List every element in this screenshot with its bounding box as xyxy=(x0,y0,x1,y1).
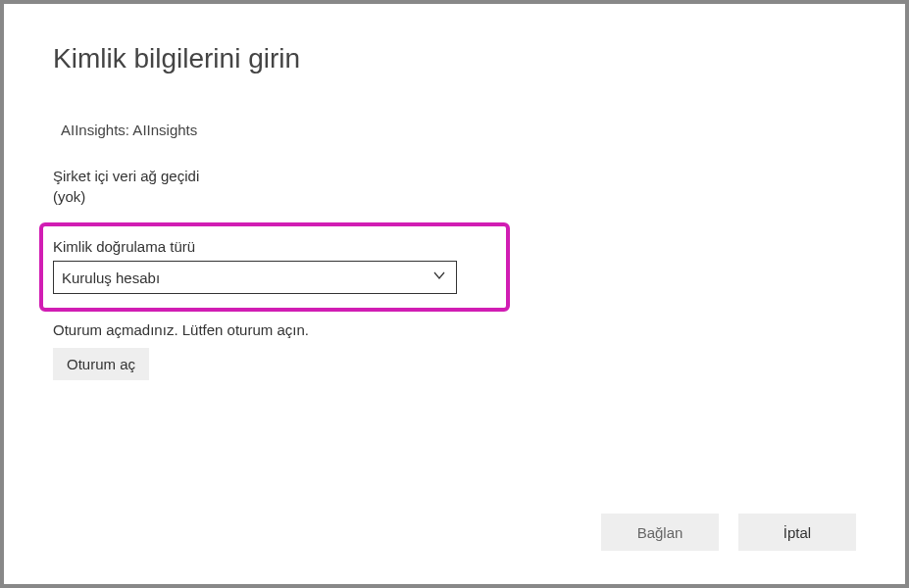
signin-button[interactable]: Oturum aç xyxy=(53,348,149,380)
gateway-value: (yok) xyxy=(53,188,856,205)
dialog-title: Kimlik bilgilerini girin xyxy=(53,43,856,74)
auth-type-highlight: Kimlik doğrulama türü Kuruluş hesabı xyxy=(39,222,510,312)
cancel-button[interactable]: İptal xyxy=(738,514,856,551)
credentials-dialog: Kimlik bilgilerini girin AIInsights: AII… xyxy=(4,4,905,584)
dialog-footer: Bağlan İptal xyxy=(601,514,856,551)
gateway-label: Şirket içi veri ağ geçidi xyxy=(53,168,856,184)
auth-type-label: Kimlik doğrulama türü xyxy=(53,238,496,255)
signin-status: Oturum açmadınız. Lütfen oturum açın. xyxy=(53,321,856,338)
datasource-info: AIInsights: AIInsights xyxy=(53,122,856,138)
connect-button[interactable]: Bağlan xyxy=(601,514,719,551)
auth-type-selected-value: Kuruluş hesabı xyxy=(62,270,160,286)
auth-type-select-wrapper: Kuruluş hesabı xyxy=(53,261,457,294)
auth-type-select[interactable]: Kuruluş hesabı xyxy=(53,261,457,294)
